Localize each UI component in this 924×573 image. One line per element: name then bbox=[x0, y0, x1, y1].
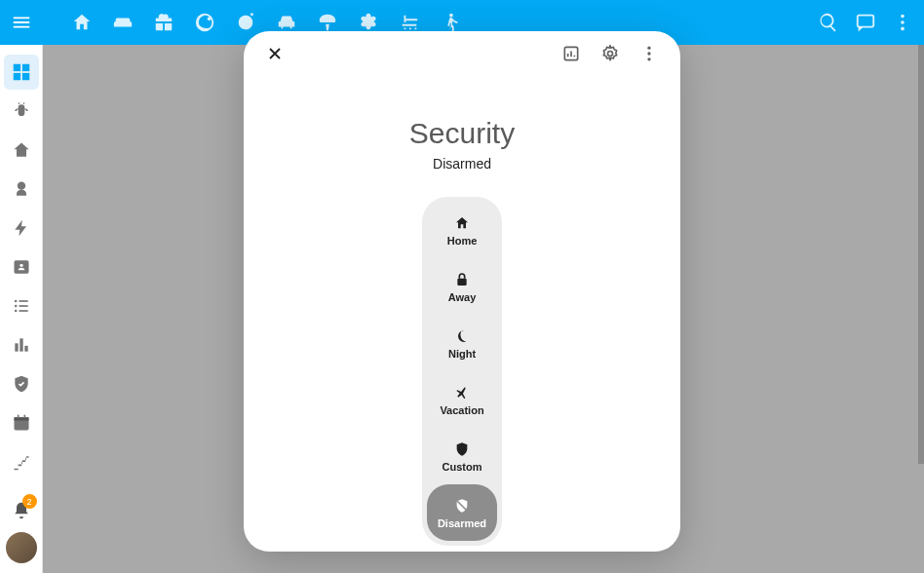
home-icon bbox=[453, 214, 471, 232]
calendar-icon bbox=[12, 413, 31, 433]
sidebar-item-shield[interactable] bbox=[4, 366, 39, 401]
svg-point-14 bbox=[19, 264, 22, 267]
chart-box-icon bbox=[561, 44, 581, 63]
shield-off-icon bbox=[453, 497, 471, 515]
mode-label: Custom bbox=[443, 461, 482, 473]
hamburger-menu-button[interactable] bbox=[0, 0, 43, 45]
chart-icon bbox=[12, 335, 31, 355]
mode-label: Vacation bbox=[440, 404, 483, 416]
mode-label: Disarmed bbox=[438, 517, 486, 529]
arm-mode-list: Home Away Night Vacation Custom Disarmed bbox=[422, 197, 502, 546]
svg-point-3 bbox=[901, 15, 905, 19]
history-button[interactable] bbox=[554, 36, 589, 71]
svg-rect-22 bbox=[19, 338, 22, 351]
notification-badge: 2 bbox=[22, 494, 37, 509]
sidebar-item-calendar[interactable] bbox=[4, 405, 39, 440]
svg-point-4 bbox=[901, 20, 905, 24]
svg-point-11 bbox=[22, 102, 24, 104]
more-button[interactable] bbox=[891, 11, 914, 34]
svg-rect-6 bbox=[13, 64, 19, 71]
mode-label: Night bbox=[448, 348, 476, 360]
mode-night-button[interactable]: Night bbox=[427, 315, 497, 371]
svg-rect-25 bbox=[14, 417, 28, 420]
sidebar-item-home[interactable] bbox=[4, 133, 39, 168]
search-button[interactable] bbox=[817, 11, 840, 34]
svg-point-15 bbox=[14, 300, 16, 303]
sidebar-item-contact[interactable] bbox=[4, 249, 39, 285]
svg-point-19 bbox=[14, 310, 16, 313]
stairs-icon bbox=[12, 452, 31, 472]
list-icon bbox=[12, 296, 31, 316]
svg-point-1 bbox=[449, 14, 453, 18]
home-icon bbox=[12, 140, 31, 160]
svg-point-30 bbox=[647, 47, 650, 50]
dots-vertical-icon bbox=[639, 44, 659, 63]
brain-icon bbox=[12, 179, 31, 199]
bug-icon bbox=[12, 101, 31, 121]
sidebar-item-bug[interactable] bbox=[4, 94, 39, 129]
dialog-status: Disarmed bbox=[433, 156, 491, 172]
close-button[interactable] bbox=[257, 36, 292, 71]
svg-rect-27 bbox=[23, 415, 25, 418]
svg-point-10 bbox=[18, 102, 19, 104]
svg-rect-23 bbox=[24, 346, 27, 352]
svg-rect-18 bbox=[19, 305, 27, 307]
dialog-header bbox=[244, 31, 680, 76]
dashboard-icon bbox=[11, 61, 32, 83]
tab-gift-icon[interactable] bbox=[152, 11, 175, 34]
sidebar-item-stairs[interactable] bbox=[4, 444, 39, 479]
svg-rect-8 bbox=[13, 73, 19, 80]
mode-custom-button[interactable]: Custom bbox=[427, 428, 497, 484]
security-dialog: Security Disarmed Home Away Night Vacati… bbox=[244, 31, 680, 552]
svg-rect-21 bbox=[15, 343, 18, 351]
dialog-title: Security bbox=[409, 117, 515, 150]
sidebar-item-brain[interactable] bbox=[4, 172, 39, 207]
user-avatar[interactable] bbox=[6, 532, 37, 563]
dialog-more-button[interactable] bbox=[632, 36, 667, 71]
scrollbar-thumb[interactable] bbox=[918, 45, 924, 464]
contact-icon bbox=[12, 257, 31, 277]
sidebar-item-dashboard[interactable] bbox=[4, 55, 39, 90]
gear-icon bbox=[600, 44, 620, 63]
svg-point-5 bbox=[901, 27, 905, 31]
menu-icon bbox=[11, 12, 32, 33]
svg-point-0 bbox=[208, 18, 212, 21]
flash-icon bbox=[12, 218, 31, 238]
svg-point-17 bbox=[14, 305, 16, 308]
mode-home-button[interactable]: Home bbox=[427, 202, 497, 258]
shield-icon bbox=[453, 440, 471, 458]
chat-button[interactable] bbox=[854, 11, 877, 34]
svg-rect-16 bbox=[19, 300, 27, 302]
close-icon bbox=[265, 44, 285, 63]
svg-rect-33 bbox=[457, 278, 466, 285]
mode-label: Home bbox=[447, 235, 478, 247]
svg-point-12 bbox=[17, 182, 24, 190]
svg-rect-2 bbox=[858, 16, 874, 27]
mode-away-button[interactable]: Away bbox=[427, 258, 497, 315]
sidebar-item-energy[interactable] bbox=[4, 210, 39, 246]
tab-orbit-icon[interactable] bbox=[193, 11, 216, 34]
lock-icon bbox=[453, 271, 471, 288]
sidebar-item-chart[interactable] bbox=[4, 327, 39, 363]
sidebar-item-list[interactable] bbox=[4, 288, 39, 324]
svg-point-31 bbox=[647, 52, 650, 55]
left-sidebar: 2 bbox=[0, 45, 43, 573]
tab-home-icon[interactable] bbox=[70, 11, 94, 34]
sidebar-notifications[interactable]: 2 bbox=[4, 493, 39, 528]
mode-vacation-button[interactable]: Vacation bbox=[427, 371, 497, 428]
mode-disarmed-button[interactable]: Disarmed bbox=[427, 484, 497, 541]
tab-sofa-icon[interactable] bbox=[111, 11, 135, 34]
plane-icon bbox=[453, 384, 471, 401]
settings-button[interactable] bbox=[593, 36, 628, 71]
svg-rect-20 bbox=[19, 310, 27, 312]
svg-point-29 bbox=[608, 52, 613, 57]
svg-rect-9 bbox=[21, 73, 28, 80]
mode-label: Away bbox=[448, 291, 477, 303]
moon-icon bbox=[453, 327, 471, 345]
svg-rect-26 bbox=[17, 415, 19, 418]
svg-point-32 bbox=[647, 57, 650, 60]
svg-rect-7 bbox=[21, 64, 28, 71]
dialog-body: Security Disarmed Home Away Night Vacati… bbox=[244, 76, 680, 552]
shield-check-icon bbox=[12, 374, 31, 394]
